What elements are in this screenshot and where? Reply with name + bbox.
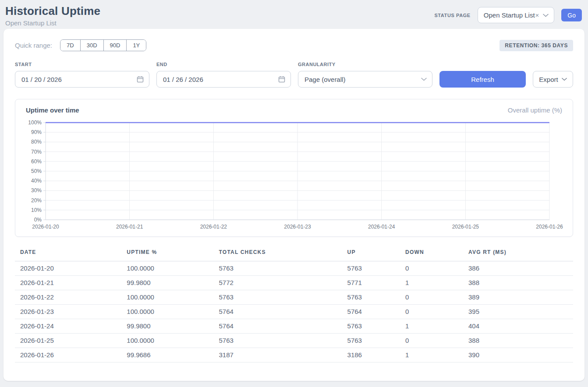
table-cell: 1 — [400, 319, 463, 334]
table-cell: 3187 — [214, 348, 342, 362]
start-date-input[interactable]: 01 / 20 / 2026 — [15, 71, 149, 88]
table-cell: 5763 — [342, 334, 400, 348]
table-cell: 389 — [463, 290, 573, 305]
table-column-header: TOTAL CHECKS — [214, 246, 342, 261]
quick-range-30d-button[interactable]: 30D — [80, 40, 103, 51]
table-cell: 390 — [463, 348, 573, 362]
table-cell: 0 — [400, 290, 463, 305]
table-cell: 100.0000 — [121, 290, 213, 305]
table-row: 2026-01-2199.9800577257711388 — [15, 276, 573, 290]
table-cell: 2026-01-21 — [15, 276, 121, 290]
uptime-table: DATEUPTIME %TOTAL CHECKSUPDOWNAVG RT (MS… — [15, 246, 573, 362]
uptime-table-wrap: DATEUPTIME %TOTAL CHECKSUPDOWNAVG RT (MS… — [15, 246, 573, 362]
table-column-header: AVG RT (MS) — [463, 246, 573, 261]
granularity-field: GRANULARITY Page (overall) — [298, 62, 432, 88]
quick-range-1y-button[interactable]: 1Y — [126, 40, 146, 51]
calendar-icon[interactable] — [137, 76, 144, 83]
go-button[interactable]: Go — [561, 9, 582, 21]
table-column-header: DOWN — [400, 246, 463, 261]
end-date-value: 01 / 26 / 2026 — [163, 76, 203, 83]
table-cell: 99.9800 — [121, 276, 213, 290]
table-cell: 3186 — [342, 348, 400, 362]
table-cell: 2026-01-23 — [15, 305, 121, 319]
table-cell: 2026-01-25 — [15, 334, 121, 348]
quick-range-7d-button[interactable]: 7D — [60, 40, 80, 51]
table-header-row: DATEUPTIME %TOTAL CHECKSUPDOWNAVG RT (MS… — [15, 246, 573, 261]
statuspage-select[interactable]: Open Startup List × — [478, 7, 555, 23]
table-cell: 5771 — [342, 276, 400, 290]
table-cell: 2026-01-24 — [15, 319, 121, 334]
table-cell: 388 — [463, 334, 573, 348]
svg-text:0%: 0% — [34, 217, 42, 223]
page-header: Historical Uptime Open Startup List STAT… — [0, 0, 588, 28]
table-column-header: DATE — [15, 246, 121, 261]
table-cell: 5763 — [214, 334, 342, 348]
table-cell: 2026-01-26 — [15, 348, 121, 362]
start-date-label: START — [15, 62, 149, 67]
chevron-down-icon — [421, 77, 427, 81]
chart-header: Uptime over time Overall uptime (%) — [26, 106, 562, 114]
table-row: 2026-01-2699.9686318731861390 — [15, 348, 573, 362]
end-date-input[interactable]: 01 / 26 / 2026 — [156, 71, 291, 88]
granularity-label: GRANULARITY — [298, 62, 432, 67]
export-button-label: Export — [539, 76, 558, 83]
table-cell: 2026-01-20 — [15, 261, 121, 276]
table-column-header: UPTIME % — [121, 246, 213, 261]
table-cell: 388 — [463, 276, 573, 290]
svg-text:30%: 30% — [31, 187, 42, 194]
table-cell: 0 — [400, 261, 463, 276]
svg-text:60%: 60% — [31, 158, 42, 165]
remove-selection-icon[interactable]: × — [535, 11, 539, 19]
granularity-value: Page (overall) — [305, 76, 345, 83]
quick-range-group: 7D30D90D1Y — [60, 39, 146, 51]
table-cell: 5764 — [214, 305, 342, 319]
svg-text:2026-01-22: 2026-01-22 — [200, 224, 227, 230]
svg-text:90%: 90% — [31, 129, 42, 135]
svg-text:70%: 70% — [31, 149, 42, 155]
table-cell: 5772 — [214, 276, 342, 290]
start-date-value: 01 / 20 / 2026 — [21, 76, 62, 83]
table-cell: 5764 — [342, 305, 400, 319]
svg-text:10%: 10% — [31, 207, 42, 213]
chevron-down-icon — [562, 77, 567, 81]
table-cell: 100.0000 — [121, 261, 213, 276]
retention-badge: RETENTION: 365 DAYS — [499, 40, 573, 51]
refresh-button[interactable]: Refresh — [439, 71, 526, 88]
end-date-field: END 01 / 26 / 2026 — [156, 62, 291, 88]
start-date-field: START 01 / 20 / 2026 — [15, 62, 149, 88]
svg-text:2026-01-20: 2026-01-20 — [32, 224, 59, 230]
svg-text:80%: 80% — [31, 139, 42, 145]
table-row: 2026-01-25100.0000576357630388 — [15, 334, 573, 348]
svg-text:2026-01-26: 2026-01-26 — [536, 224, 563, 230]
export-button[interactable]: Export — [533, 71, 573, 88]
quick-range-90d-button[interactable]: 90D — [103, 40, 127, 51]
table-cell: 100.0000 — [121, 305, 213, 319]
chevron-down-icon — [543, 14, 549, 17]
table-row: 2026-01-2499.9800576457631404 — [15, 319, 573, 334]
calendar-icon[interactable] — [278, 76, 285, 83]
table-row: 2026-01-22100.0000576357630389 — [15, 290, 573, 305]
chart-title: Uptime over time — [26, 106, 79, 114]
table-cell: 0 — [400, 334, 463, 348]
quick-range-row: Quick range: 7D30D90D1Y RETENTION: 365 D… — [15, 39, 573, 51]
statuspage-controls: STATUS PAGE Open Startup List × Go — [434, 7, 582, 23]
table-cell: 5764 — [214, 319, 342, 334]
table-cell: 1 — [400, 276, 463, 290]
table-column-header: UP — [342, 246, 400, 261]
quick-range-label: Quick range: — [15, 42, 52, 49]
table-cell: 1 — [400, 348, 463, 362]
svg-text:2026-01-21: 2026-01-21 — [116, 224, 143, 230]
granularity-select[interactable]: Page (overall) — [298, 71, 432, 88]
svg-text:100%: 100% — [28, 120, 42, 126]
table-cell: 0 — [400, 305, 463, 319]
table-cell: 99.9686 — [121, 348, 213, 362]
table-cell: 5763 — [342, 261, 400, 276]
statuspage-label: STATUS PAGE — [434, 13, 470, 18]
table-cell: 386 — [463, 261, 573, 276]
end-date-label: END — [156, 62, 291, 67]
filter-fields-row: START 01 / 20 / 2026 END 01 / 26 / 2026 … — [15, 62, 573, 88]
svg-text:20%: 20% — [31, 197, 42, 204]
table-cell: 99.9800 — [121, 319, 213, 334]
table-cell: 100.0000 — [121, 334, 213, 348]
table-cell: 5763 — [342, 319, 400, 334]
